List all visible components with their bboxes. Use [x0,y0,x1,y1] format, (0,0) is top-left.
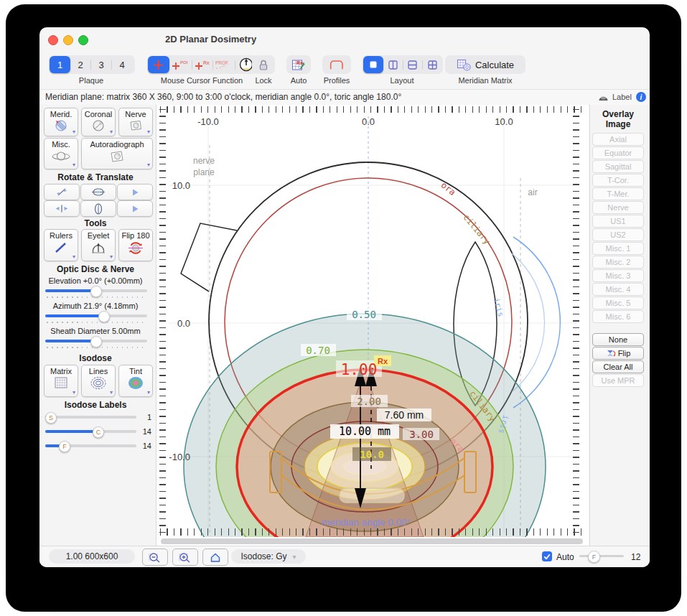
overlay-misc3-button[interactable]: Misc. 3 [592,269,644,282]
zoom-out-button[interactable] [142,549,168,566]
overlay-flip-button[interactable]: Flip [592,347,644,360]
zoom-in-button[interactable] [172,549,198,566]
rotate-play-button[interactable] [117,184,153,200]
isodose-lines-button[interactable]: Lines ▾ [81,365,116,397]
sheath-slider-knob[interactable] [90,336,102,347]
font-size-slider-knob[interactable]: F [588,551,600,563]
overlay-misc1-button[interactable]: Misc. 1 [592,242,644,255]
overlay-misc4-button[interactable]: Misc. 4 [592,283,644,296]
nerve-view-button[interactable]: Nerve ▾ [118,108,153,136]
mouse-cursor-function-control: POI Rx PROF. [147,55,258,74]
elevation-slider[interactable] [45,286,147,299]
rulers-button[interactable]: Rulers ▾ [44,229,78,261]
cursor-crosshair-segment[interactable] [148,56,169,73]
cursor-rx-segment[interactable]: Rx [192,56,213,73]
plaque-segment-1[interactable]: 1 [50,56,70,73]
crosshair-icon [153,60,164,70]
lock-icon [258,59,269,71]
profiles-button[interactable] [322,55,351,74]
overlay-us1-button[interactable]: US1 [592,215,644,228]
overlay-axial-button[interactable]: Axial [592,133,644,146]
eyelet-button[interactable]: Eyelet ▾ [81,229,116,261]
horizontal-scrollbar[interactable] [161,538,583,544]
zoom-size-indicator[interactable]: 1.00 600x600 [49,549,135,564]
isodose-matrix-button[interactable]: Matrix ▾ [44,365,78,397]
flip-vertical-axis-button[interactable] [80,200,116,217]
isodose-units-dropdown[interactable]: Isodose: Gy ▾ [231,549,306,564]
overlay-misc5-button[interactable]: Misc. 5 [592,297,644,309]
overlay-none-button[interactable]: None [592,333,644,346]
flip-180-button[interactable]: Flip 180 [118,229,153,261]
auto-button[interactable]: Rx [286,55,311,74]
overlay-equator-button[interactable]: Equator [592,146,644,159]
overlay-sagittal-button[interactable]: Sagittal [592,160,644,173]
calculate-button[interactable]: Calculate [445,55,525,74]
eye-diagram[interactable]: 0.50 0.70 1.00 Rx 2.00 7.60 mm 10.00 mm … [159,106,587,537]
isodose-label-slider-f[interactable]: F 14 [45,441,151,452]
auto-checkbox-label: Auto [556,552,574,562]
isodose-tint-button[interactable]: Tint ▾ [118,365,153,397]
play-icon [131,205,139,213]
elevation-slider-label: Elevation +0.0° (+0.00mm) [39,276,151,285]
depth-label-1000: 10.00 mm [339,425,391,438]
coronal-view-button[interactable]: Coronal ▾ [81,108,116,136]
layout-single-segment[interactable] [363,56,383,73]
layout-quad-segment[interactable] [423,56,442,73]
optic-disc-nerve-header: Optic Disc & Nerve [39,264,151,274]
plaque-dome-icon[interactable] [598,93,609,102]
plaque-segment-3[interactable]: 3 [91,56,111,73]
zoom-out-icon [148,551,162,563]
isodose-label-slider-s[interactable]: S 1 [45,412,151,424]
app-window: 2D Planar Dosimetry 1 2 3 4 Plaque POI R… [39,27,650,567]
overlay-misc6-button[interactable]: Misc. 6 [592,310,644,323]
s-slider-knob[interactable]: S [45,412,57,424]
overlay-tcor-button[interactable]: T-Cor. [592,174,644,187]
meridional-sphere-icon [53,119,69,132]
overlay-nerve-button[interactable]: Nerve [592,201,644,214]
plaque-segment-4[interactable]: 4 [112,56,132,73]
cursor-poi-segment[interactable]: POI [169,56,192,73]
c-slider-knob[interactable]: C [93,426,104,438]
minimize-window-icon[interactable] [63,35,73,45]
overlay-tmer-button[interactable]: T-Mer. [592,187,644,200]
isodose-label-200: 2.00 [357,396,381,407]
translate-horizontal-button[interactable] [44,200,80,217]
zoom-window-icon[interactable] [78,35,88,45]
f-slider-knob[interactable]: F [59,441,70,452]
info-icon[interactable]: i [636,92,646,102]
plaque-segmented-control: 1 2 3 4 [49,55,135,74]
rotate-horizontal-axis-button[interactable] [80,184,116,200]
cursor-profile-segment[interactable]: PROF. [213,56,235,73]
isodose-label-slider-c[interactable]: C 14 [45,426,151,438]
elevation-slider-knob[interactable] [90,286,102,297]
azimuth-slider[interactable] [45,311,147,324]
home-view-button[interactable] [202,549,228,566]
svg-text:PROF.: PROF. [215,60,229,65]
translate-play-button[interactable] [117,200,153,217]
layout-hsplit-segment[interactable] [403,56,422,73]
misc-view-button[interactable]: Misc. ▾ [44,138,78,169]
layout-quad-icon [428,60,437,70]
overlay-us2-button[interactable]: US2 [592,228,644,241]
azimuth-slider-knob[interactable] [98,311,110,322]
use-mpr-button[interactable]: Use MPR [592,374,644,387]
close-window-icon[interactable] [48,35,58,45]
lock-button[interactable] [252,55,275,74]
auto-checkbox[interactable] [542,551,552,561]
misc-saturn-icon [52,149,70,164]
ruler-right [573,109,579,536]
autoradiograph-button[interactable]: Autoradiograph ▾ [81,138,153,169]
label-toggle[interactable]: Label [612,93,632,101]
overlay-clear-all-button[interactable]: Clear All [592,360,644,373]
font-size-slider[interactable]: F [579,551,624,562]
overlay-misc2-button[interactable]: Misc. 2 [592,256,644,269]
meridional-view-button[interactable]: Merid. ▾ [44,108,78,136]
y-axis-neg10: -10.0 [169,452,190,462]
dosimetry-canvas[interactable]: 0.50 0.70 1.00 Rx 2.00 7.60 mm 10.00 mm … [156,105,589,546]
plaque-segment-2[interactable]: 2 [70,56,90,73]
bottom-bar: 1.00 600x600 Isodose: Gy ▾ Auto F 12 [39,546,650,567]
rotate-diagonal-button[interactable] [44,184,80,200]
layout-vsplit-segment[interactable] [383,56,403,73]
sheath-slider[interactable] [45,336,147,349]
muscle-flap [181,223,237,291]
